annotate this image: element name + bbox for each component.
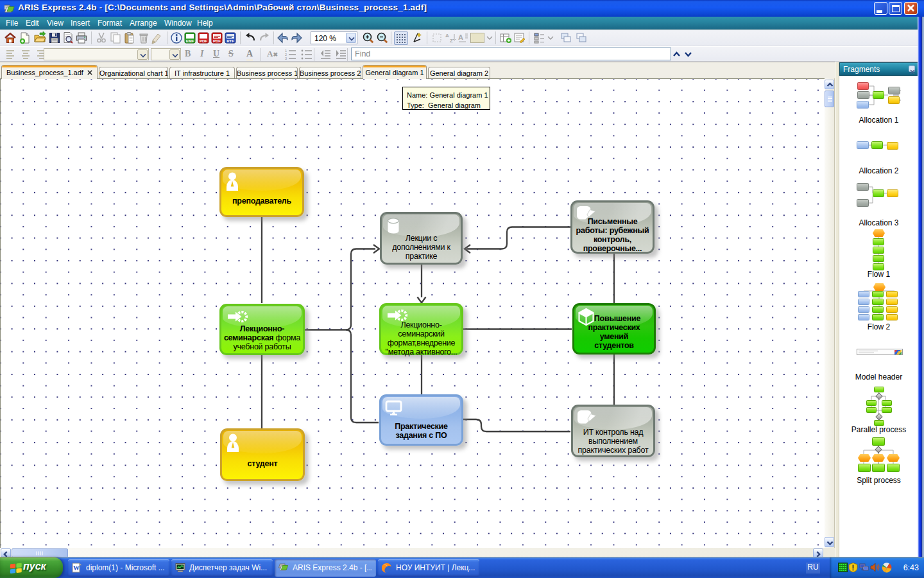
svg-text:RTF: RTF — [227, 39, 234, 43]
svg-text:A: A — [445, 33, 449, 39]
svg-text:W: W — [73, 565, 80, 572]
svg-text:Z: Z — [450, 38, 453, 44]
svg-text:EMF: EMF — [186, 39, 194, 43]
svg-text:PDF: PDF — [200, 39, 207, 43]
svg-text:PDF: PDF — [213, 39, 221, 43]
svg-text:A: A — [458, 33, 463, 41]
svg-text:3: 3 — [285, 57, 287, 60]
